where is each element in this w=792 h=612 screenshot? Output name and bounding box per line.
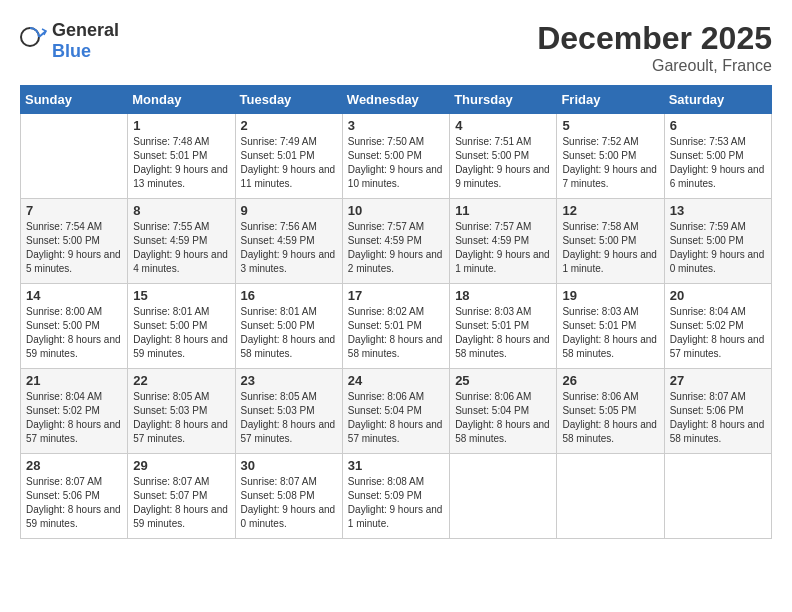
col-header-saturday: Saturday xyxy=(664,86,771,114)
day-cell: 19 Sunrise: 8:03 AMSunset: 5:01 PMDaylig… xyxy=(557,284,664,369)
location: Gareoult, France xyxy=(537,57,772,75)
day-info: Sunrise: 8:01 AMSunset: 5:00 PMDaylight:… xyxy=(133,306,228,359)
week-row-5: 28 Sunrise: 8:07 AMSunset: 5:06 PMDaylig… xyxy=(21,454,772,539)
day-number: 22 xyxy=(133,373,229,388)
day-number: 25 xyxy=(455,373,551,388)
week-row-4: 21 Sunrise: 8:04 AMSunset: 5:02 PMDaylig… xyxy=(21,369,772,454)
day-cell xyxy=(450,454,557,539)
day-cell: 25 Sunrise: 8:06 AMSunset: 5:04 PMDaylig… xyxy=(450,369,557,454)
logo-general: General xyxy=(52,20,119,40)
day-number: 21 xyxy=(26,373,122,388)
day-number: 30 xyxy=(241,458,337,473)
day-number: 16 xyxy=(241,288,337,303)
day-cell: 29 Sunrise: 8:07 AMSunset: 5:07 PMDaylig… xyxy=(128,454,235,539)
day-number: 28 xyxy=(26,458,122,473)
day-cell: 15 Sunrise: 8:01 AMSunset: 5:00 PMDaylig… xyxy=(128,284,235,369)
day-info: Sunrise: 8:07 AMSunset: 5:06 PMDaylight:… xyxy=(26,476,121,529)
day-cell: 8 Sunrise: 7:55 AMSunset: 4:59 PMDayligh… xyxy=(128,199,235,284)
day-number: 23 xyxy=(241,373,337,388)
day-cell: 22 Sunrise: 8:05 AMSunset: 5:03 PMDaylig… xyxy=(128,369,235,454)
col-header-sunday: Sunday xyxy=(21,86,128,114)
title-block: December 2025 Gareoult, France xyxy=(537,20,772,75)
day-number: 26 xyxy=(562,373,658,388)
col-header-thursday: Thursday xyxy=(450,86,557,114)
day-number: 24 xyxy=(348,373,444,388)
day-cell: 10 Sunrise: 7:57 AMSunset: 4:59 PMDaylig… xyxy=(342,199,449,284)
day-cell xyxy=(21,114,128,199)
day-cell: 30 Sunrise: 8:07 AMSunset: 5:08 PMDaylig… xyxy=(235,454,342,539)
day-number: 5 xyxy=(562,118,658,133)
logo: General Blue xyxy=(20,20,119,62)
day-number: 7 xyxy=(26,203,122,218)
day-number: 13 xyxy=(670,203,766,218)
page-header: General Blue December 2025 Gareoult, Fra… xyxy=(20,20,772,75)
day-info: Sunrise: 7:50 AMSunset: 5:00 PMDaylight:… xyxy=(348,136,443,189)
day-cell: 31 Sunrise: 8:08 AMSunset: 5:09 PMDaylig… xyxy=(342,454,449,539)
day-number: 9 xyxy=(241,203,337,218)
day-number: 2 xyxy=(241,118,337,133)
week-row-2: 7 Sunrise: 7:54 AMSunset: 5:00 PMDayligh… xyxy=(21,199,772,284)
week-row-1: 1 Sunrise: 7:48 AMSunset: 5:01 PMDayligh… xyxy=(21,114,772,199)
day-cell: 26 Sunrise: 8:06 AMSunset: 5:05 PMDaylig… xyxy=(557,369,664,454)
col-header-monday: Monday xyxy=(128,86,235,114)
day-info: Sunrise: 8:04 AMSunset: 5:02 PMDaylight:… xyxy=(26,391,121,444)
day-cell: 2 Sunrise: 7:49 AMSunset: 5:01 PMDayligh… xyxy=(235,114,342,199)
day-number: 27 xyxy=(670,373,766,388)
day-number: 6 xyxy=(670,118,766,133)
header-row: SundayMondayTuesdayWednesdayThursdayFrid… xyxy=(21,86,772,114)
day-info: Sunrise: 7:49 AMSunset: 5:01 PMDaylight:… xyxy=(241,136,336,189)
day-cell: 23 Sunrise: 8:05 AMSunset: 5:03 PMDaylig… xyxy=(235,369,342,454)
day-cell: 20 Sunrise: 8:04 AMSunset: 5:02 PMDaylig… xyxy=(664,284,771,369)
day-cell: 18 Sunrise: 8:03 AMSunset: 5:01 PMDaylig… xyxy=(450,284,557,369)
day-cell: 6 Sunrise: 7:53 AMSunset: 5:00 PMDayligh… xyxy=(664,114,771,199)
day-number: 31 xyxy=(348,458,444,473)
calendar-table: SundayMondayTuesdayWednesdayThursdayFrid… xyxy=(20,85,772,539)
day-cell: 9 Sunrise: 7:56 AMSunset: 4:59 PMDayligh… xyxy=(235,199,342,284)
day-number: 19 xyxy=(562,288,658,303)
day-number: 4 xyxy=(455,118,551,133)
day-info: Sunrise: 7:53 AMSunset: 5:00 PMDaylight:… xyxy=(670,136,765,189)
day-info: Sunrise: 7:52 AMSunset: 5:00 PMDaylight:… xyxy=(562,136,657,189)
week-row-3: 14 Sunrise: 8:00 AMSunset: 5:00 PMDaylig… xyxy=(21,284,772,369)
col-header-wednesday: Wednesday xyxy=(342,86,449,114)
day-info: Sunrise: 7:59 AMSunset: 5:00 PMDaylight:… xyxy=(670,221,765,274)
day-info: Sunrise: 8:05 AMSunset: 5:03 PMDaylight:… xyxy=(241,391,336,444)
day-info: Sunrise: 8:02 AMSunset: 5:01 PMDaylight:… xyxy=(348,306,443,359)
day-number: 17 xyxy=(348,288,444,303)
day-info: Sunrise: 8:01 AMSunset: 5:00 PMDaylight:… xyxy=(241,306,336,359)
day-info: Sunrise: 7:55 AMSunset: 4:59 PMDaylight:… xyxy=(133,221,228,274)
day-info: Sunrise: 8:07 AMSunset: 5:06 PMDaylight:… xyxy=(670,391,765,444)
day-number: 3 xyxy=(348,118,444,133)
day-cell: 11 Sunrise: 7:57 AMSunset: 4:59 PMDaylig… xyxy=(450,199,557,284)
day-cell xyxy=(557,454,664,539)
logo-icon xyxy=(20,27,48,55)
day-cell: 13 Sunrise: 7:59 AMSunset: 5:00 PMDaylig… xyxy=(664,199,771,284)
day-info: Sunrise: 8:04 AMSunset: 5:02 PMDaylight:… xyxy=(670,306,765,359)
day-cell: 24 Sunrise: 8:06 AMSunset: 5:04 PMDaylig… xyxy=(342,369,449,454)
day-info: Sunrise: 7:57 AMSunset: 4:59 PMDaylight:… xyxy=(455,221,550,274)
day-info: Sunrise: 8:06 AMSunset: 5:04 PMDaylight:… xyxy=(455,391,550,444)
day-number: 11 xyxy=(455,203,551,218)
day-cell: 27 Sunrise: 8:07 AMSunset: 5:06 PMDaylig… xyxy=(664,369,771,454)
day-number: 14 xyxy=(26,288,122,303)
logo-text: General Blue xyxy=(52,20,119,62)
day-info: Sunrise: 7:56 AMSunset: 4:59 PMDaylight:… xyxy=(241,221,336,274)
day-info: Sunrise: 8:08 AMSunset: 5:09 PMDaylight:… xyxy=(348,476,443,529)
day-cell: 16 Sunrise: 8:01 AMSunset: 5:00 PMDaylig… xyxy=(235,284,342,369)
day-number: 1 xyxy=(133,118,229,133)
day-number: 18 xyxy=(455,288,551,303)
day-cell: 4 Sunrise: 7:51 AMSunset: 5:00 PMDayligh… xyxy=(450,114,557,199)
day-info: Sunrise: 7:48 AMSunset: 5:01 PMDaylight:… xyxy=(133,136,228,189)
day-number: 8 xyxy=(133,203,229,218)
day-info: Sunrise: 7:54 AMSunset: 5:00 PMDaylight:… xyxy=(26,221,121,274)
day-info: Sunrise: 8:05 AMSunset: 5:03 PMDaylight:… xyxy=(133,391,228,444)
day-cell xyxy=(664,454,771,539)
day-number: 12 xyxy=(562,203,658,218)
day-info: Sunrise: 8:03 AMSunset: 5:01 PMDaylight:… xyxy=(455,306,550,359)
day-number: 20 xyxy=(670,288,766,303)
day-number: 15 xyxy=(133,288,229,303)
logo-blue: Blue xyxy=(52,41,91,61)
day-number: 10 xyxy=(348,203,444,218)
day-cell: 5 Sunrise: 7:52 AMSunset: 5:00 PMDayligh… xyxy=(557,114,664,199)
day-cell: 21 Sunrise: 8:04 AMSunset: 5:02 PMDaylig… xyxy=(21,369,128,454)
